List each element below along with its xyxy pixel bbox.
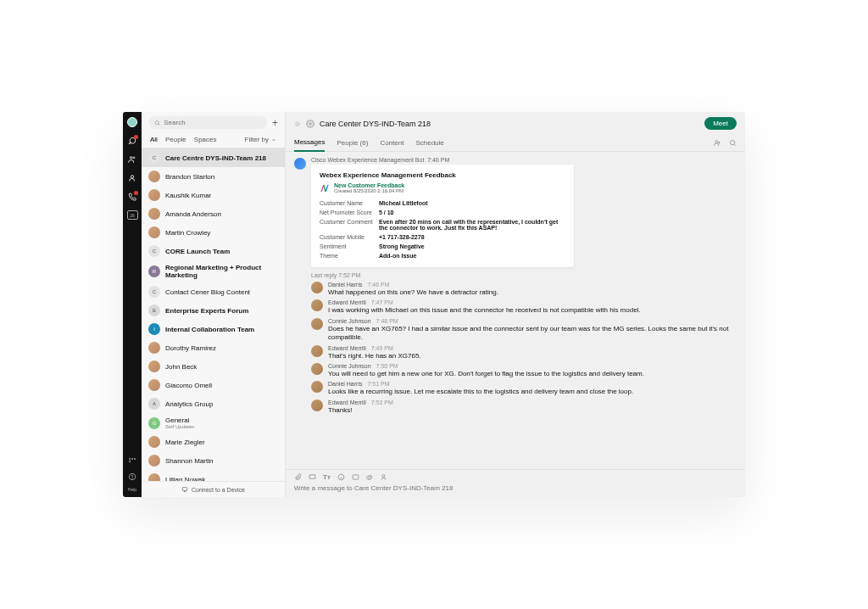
calls-icon[interactable] [127, 192, 137, 202]
sidebar-item[interactable]: John Beck [142, 357, 285, 376]
sidebar-item[interactable]: CCORE Launch Team [142, 242, 285, 260]
chat-icon[interactable] [127, 136, 137, 146]
space-avatar [148, 226, 160, 238]
favorite-button[interactable]: ☆ [294, 120, 301, 128]
tab-schedule[interactable]: Schedule [415, 136, 443, 151]
connect-device-button[interactable]: Connect to a Device [142, 481, 285, 497]
space-avatar: C [148, 245, 160, 257]
tab-people-count[interactable]: People (6) [337, 136, 368, 151]
message-text: Looks like a recurring issue. Let me esc… [328, 388, 633, 396]
tab-all[interactable]: All [150, 136, 158, 143]
add-people-icon[interactable] [713, 139, 721, 147]
message-author: Edward Merrill [328, 345, 366, 351]
search-box[interactable] [148, 116, 267, 129]
attach-icon[interactable] [294, 473, 302, 481]
meet-button[interactable]: Meet [704, 117, 737, 130]
contacts-icon[interactable] [127, 173, 137, 183]
sidebar-item[interactable]: GGeneralSelf Updates [142, 413, 285, 433]
message-author: Daniel Harris [328, 381, 362, 387]
messages-area: Cisco Webex Experience Management Bot 7:… [286, 152, 745, 469]
sidebar-item[interactable]: CContact Cener Blog Content [142, 282, 285, 301]
sidebar-item[interactable]: Martin Crowley [142, 223, 285, 242]
sidebar-item[interactable]: RRegional Marketing + Product Marketing [142, 260, 285, 282]
message-row: Edward Merrill7:47 PMI was working with … [311, 299, 737, 315]
message-header: Connie Johnson7:48 PM [328, 318, 737, 324]
text-format-icon[interactable]: Tт [323, 473, 331, 481]
sidebar-item[interactable]: IInternal Collaboration Team [142, 320, 285, 338]
space-avatar [148, 455, 160, 467]
sidebar-item[interactable]: AAnalytics Group [142, 394, 285, 413]
filter-by-button[interactable]: Filter by [245, 136, 276, 143]
svg-rect-6 [129, 461, 131, 462]
composer-toolbar: Tт @ [286, 469, 745, 483]
message-author: Connie Johnson [328, 363, 371, 369]
space-header: ☆ Care Center DYS-IND-Team 218 Meet [286, 112, 745, 135]
main-panel: ☆ Care Center DYS-IND-Team 218 Meet Mess… [286, 112, 745, 497]
svg-rect-5 [134, 458, 136, 460]
last-reply-label: Last reply 7:52 PM [311, 272, 737, 278]
tab-spaces[interactable]: Spaces [194, 136, 217, 143]
message-avatar [311, 363, 323, 375]
message-text: Does he have an XG765? I had a similar i… [328, 325, 737, 343]
search-input[interactable] [164, 119, 261, 126]
space-title: Care Center DYS-IND-Team 218 [320, 120, 699, 128]
space-name: Care Centre DYS-IND-Team 218 [165, 154, 266, 162]
space-avatar: I [148, 323, 160, 335]
help-icon[interactable] [127, 472, 137, 482]
apps-icon[interactable] [127, 456, 137, 467]
teams-icon[interactable] [127, 154, 137, 165]
message-header: Edward Merrill7:49 PM [328, 345, 421, 351]
message-avatar [311, 282, 323, 293]
card-field: ThemeAdd-on Issue [320, 251, 565, 260]
tab-people[interactable]: People [165, 136, 186, 143]
message-author: Connie Johnson [328, 318, 371, 324]
sidebar-item[interactable]: Giacomo Omell [142, 376, 285, 394]
gif-icon[interactable] [352, 473, 359, 481]
app-window: 26 Help + All People Spaces Filter by [123, 112, 745, 497]
message-author: Edward Merrill [328, 399, 366, 405]
mention-icon[interactable]: @ [366, 473, 373, 481]
space-name: John Beck [165, 363, 197, 371]
calendar-icon[interactable]: 26 [127, 210, 138, 220]
sidebar-item[interactable]: Amanda Anderson [142, 204, 285, 223]
space-name: Enterprise Experts Forum [165, 307, 248, 315]
space-list: CCare Centre DYS-IND-Team 218Brandon Sta… [142, 148, 285, 481]
sidebar-item[interactable]: Marie Ziegler [142, 433, 285, 451]
sidebar-item[interactable]: Kaushik Kumar [142, 186, 285, 204]
tab-messages[interactable]: Messages [294, 135, 325, 152]
emoji-icon[interactable] [337, 473, 345, 481]
space-avatar [148, 189, 160, 201]
user-avatar[interactable] [127, 117, 137, 127]
sidebar-item[interactable]: Brandon Starton [142, 167, 285, 186]
screen-capture-icon[interactable] [309, 473, 316, 481]
sidebar-item[interactable]: CCare Centre DYS-IND-Team 218 [142, 148, 285, 167]
bitmoji-icon[interactable] [380, 473, 387, 481]
space-subtitle: Self Updates [165, 424, 194, 429]
svg-point-9 [155, 120, 159, 124]
message-time: 7:48 PM [376, 318, 398, 324]
sidebar-item[interactable]: EEnterprise Experts Forum [142, 301, 285, 320]
space-avatar [148, 379, 160, 391]
space-name: Analytics Group [165, 400, 213, 408]
message-time: 7:49 PM [371, 345, 393, 351]
message-input[interactable] [294, 484, 737, 492]
card-field: Customer CommentEven after 20 mins on ca… [320, 217, 565, 232]
card-field-label: Theme [320, 253, 379, 259]
sidebar-item[interactable]: Lillian Nowak [142, 470, 285, 481]
svg-rect-16 [353, 475, 359, 479]
content-tabs: Messages People (6) Content Schedule [286, 135, 745, 152]
sidebar-item[interactable]: Dorothy Ramirez [142, 338, 285, 357]
message-text: I was working with Michael on this issue… [328, 306, 641, 315]
space-avatar: E [148, 304, 160, 316]
card-field-label: Net Promoter Score [320, 210, 379, 215]
tab-content[interactable]: Content [380, 136, 403, 151]
sidebar-item[interactable]: Shannon Martin [142, 451, 285, 470]
add-button[interactable]: + [272, 117, 278, 129]
card-field-label: Customer Comment [320, 219, 379, 231]
settings-button[interactable] [306, 120, 314, 128]
unread-badge [134, 135, 138, 139]
message-avatar [311, 381, 323, 393]
search-in-space-icon[interactable] [729, 139, 737, 147]
card-field-value: +1 717-328-2278 [379, 234, 565, 240]
svg-point-15 [338, 474, 344, 480]
